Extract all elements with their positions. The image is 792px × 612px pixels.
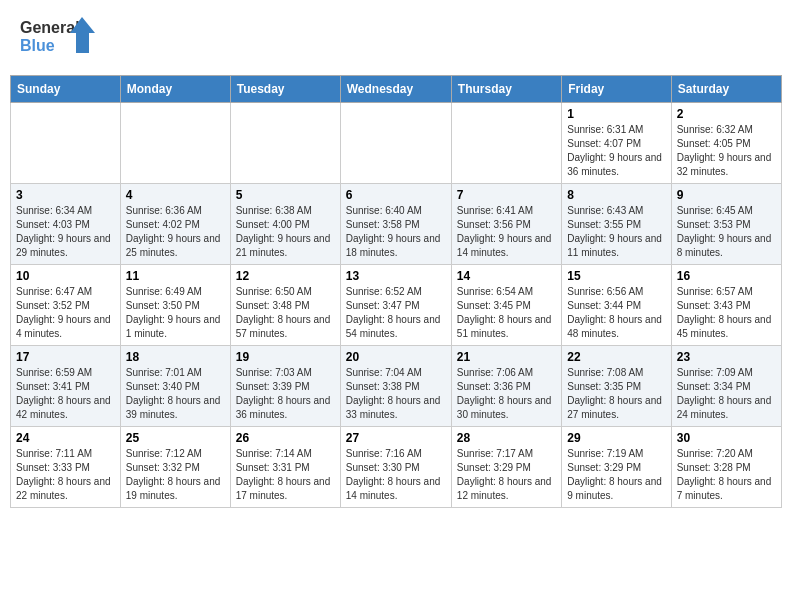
calendar-cell: 2Sunrise: 6:32 AM Sunset: 4:05 PM Daylig… <box>671 103 781 184</box>
day-info: Sunrise: 7:17 AM Sunset: 3:29 PM Dayligh… <box>457 447 556 503</box>
logo: GeneralBlue <box>20 15 100 60</box>
calendar-cell: 15Sunrise: 6:56 AM Sunset: 3:44 PM Dayli… <box>562 265 671 346</box>
day-info: Sunrise: 7:04 AM Sunset: 3:38 PM Dayligh… <box>346 366 446 422</box>
day-info: Sunrise: 7:01 AM Sunset: 3:40 PM Dayligh… <box>126 366 225 422</box>
calendar-cell: 10Sunrise: 6:47 AM Sunset: 3:52 PM Dayli… <box>11 265 121 346</box>
day-info: Sunrise: 6:38 AM Sunset: 4:00 PM Dayligh… <box>236 204 335 260</box>
week-row-1: 1Sunrise: 6:31 AM Sunset: 4:07 PM Daylig… <box>11 103 782 184</box>
calendar-cell: 29Sunrise: 7:19 AM Sunset: 3:29 PM Dayli… <box>562 427 671 508</box>
day-number: 20 <box>346 350 446 364</box>
day-info: Sunrise: 6:31 AM Sunset: 4:07 PM Dayligh… <box>567 123 665 179</box>
calendar-cell: 14Sunrise: 6:54 AM Sunset: 3:45 PM Dayli… <box>451 265 561 346</box>
day-info: Sunrise: 6:54 AM Sunset: 3:45 PM Dayligh… <box>457 285 556 341</box>
day-info: Sunrise: 7:06 AM Sunset: 3:36 PM Dayligh… <box>457 366 556 422</box>
day-number: 12 <box>236 269 335 283</box>
day-number: 18 <box>126 350 225 364</box>
day-number: 5 <box>236 188 335 202</box>
day-info: Sunrise: 6:50 AM Sunset: 3:48 PM Dayligh… <box>236 285 335 341</box>
calendar-cell: 7Sunrise: 6:41 AM Sunset: 3:56 PM Daylig… <box>451 184 561 265</box>
day-info: Sunrise: 6:57 AM Sunset: 3:43 PM Dayligh… <box>677 285 776 341</box>
week-row-5: 24Sunrise: 7:11 AM Sunset: 3:33 PM Dayli… <box>11 427 782 508</box>
header-cell-sunday: Sunday <box>11 76 121 103</box>
calendar-cell: 20Sunrise: 7:04 AM Sunset: 3:38 PM Dayli… <box>340 346 451 427</box>
calendar-cell <box>230 103 340 184</box>
day-info: Sunrise: 6:34 AM Sunset: 4:03 PM Dayligh… <box>16 204 115 260</box>
day-number: 11 <box>126 269 225 283</box>
day-info: Sunrise: 7:11 AM Sunset: 3:33 PM Dayligh… <box>16 447 115 503</box>
calendar-cell: 9Sunrise: 6:45 AM Sunset: 3:53 PM Daylig… <box>671 184 781 265</box>
day-info: Sunrise: 7:09 AM Sunset: 3:34 PM Dayligh… <box>677 366 776 422</box>
day-info: Sunrise: 7:16 AM Sunset: 3:30 PM Dayligh… <box>346 447 446 503</box>
header-row: SundayMondayTuesdayWednesdayThursdayFrid… <box>11 76 782 103</box>
calendar-cell: 27Sunrise: 7:16 AM Sunset: 3:30 PM Dayli… <box>340 427 451 508</box>
week-row-3: 10Sunrise: 6:47 AM Sunset: 3:52 PM Dayli… <box>11 265 782 346</box>
day-info: Sunrise: 6:40 AM Sunset: 3:58 PM Dayligh… <box>346 204 446 260</box>
day-number: 2 <box>677 107 776 121</box>
day-info: Sunrise: 6:32 AM Sunset: 4:05 PM Dayligh… <box>677 123 776 179</box>
calendar-cell: 12Sunrise: 6:50 AM Sunset: 3:48 PM Dayli… <box>230 265 340 346</box>
day-info: Sunrise: 7:19 AM Sunset: 3:29 PM Dayligh… <box>567 447 665 503</box>
header-cell-friday: Friday <box>562 76 671 103</box>
day-number: 9 <box>677 188 776 202</box>
day-number: 30 <box>677 431 776 445</box>
day-number: 23 <box>677 350 776 364</box>
day-info: Sunrise: 6:36 AM Sunset: 4:02 PM Dayligh… <box>126 204 225 260</box>
day-info: Sunrise: 6:45 AM Sunset: 3:53 PM Dayligh… <box>677 204 776 260</box>
day-number: 15 <box>567 269 665 283</box>
day-info: Sunrise: 6:59 AM Sunset: 3:41 PM Dayligh… <box>16 366 115 422</box>
header-cell-saturday: Saturday <box>671 76 781 103</box>
day-number: 27 <box>346 431 446 445</box>
day-number: 25 <box>126 431 225 445</box>
week-row-4: 17Sunrise: 6:59 AM Sunset: 3:41 PM Dayli… <box>11 346 782 427</box>
day-info: Sunrise: 6:49 AM Sunset: 3:50 PM Dayligh… <box>126 285 225 341</box>
day-number: 22 <box>567 350 665 364</box>
day-info: Sunrise: 6:47 AM Sunset: 3:52 PM Dayligh… <box>16 285 115 341</box>
header-cell-tuesday: Tuesday <box>230 76 340 103</box>
calendar-cell: 21Sunrise: 7:06 AM Sunset: 3:36 PM Dayli… <box>451 346 561 427</box>
page-header: GeneralBlue <box>10 10 782 65</box>
calendar-cell: 22Sunrise: 7:08 AM Sunset: 3:35 PM Dayli… <box>562 346 671 427</box>
day-number: 10 <box>16 269 115 283</box>
day-info: Sunrise: 7:08 AM Sunset: 3:35 PM Dayligh… <box>567 366 665 422</box>
svg-text:Blue: Blue <box>20 37 55 54</box>
calendar-cell: 19Sunrise: 7:03 AM Sunset: 3:39 PM Dayli… <box>230 346 340 427</box>
day-info: Sunrise: 7:20 AM Sunset: 3:28 PM Dayligh… <box>677 447 776 503</box>
calendar-cell: 1Sunrise: 6:31 AM Sunset: 4:07 PM Daylig… <box>562 103 671 184</box>
day-number: 8 <box>567 188 665 202</box>
calendar-cell: 17Sunrise: 6:59 AM Sunset: 3:41 PM Dayli… <box>11 346 121 427</box>
calendar-cell: 13Sunrise: 6:52 AM Sunset: 3:47 PM Dayli… <box>340 265 451 346</box>
day-number: 26 <box>236 431 335 445</box>
day-info: Sunrise: 6:41 AM Sunset: 3:56 PM Dayligh… <box>457 204 556 260</box>
calendar-cell: 30Sunrise: 7:20 AM Sunset: 3:28 PM Dayli… <box>671 427 781 508</box>
header-cell-wednesday: Wednesday <box>340 76 451 103</box>
calendar-cell: 24Sunrise: 7:11 AM Sunset: 3:33 PM Dayli… <box>11 427 121 508</box>
calendar-header: SundayMondayTuesdayWednesdayThursdayFrid… <box>11 76 782 103</box>
day-number: 14 <box>457 269 556 283</box>
calendar-cell <box>451 103 561 184</box>
calendar-cell: 16Sunrise: 6:57 AM Sunset: 3:43 PM Dayli… <box>671 265 781 346</box>
calendar-cell: 28Sunrise: 7:17 AM Sunset: 3:29 PM Dayli… <box>451 427 561 508</box>
header-cell-monday: Monday <box>120 76 230 103</box>
calendar-cell: 18Sunrise: 7:01 AM Sunset: 3:40 PM Dayli… <box>120 346 230 427</box>
day-info: Sunrise: 6:56 AM Sunset: 3:44 PM Dayligh… <box>567 285 665 341</box>
day-number: 24 <box>16 431 115 445</box>
day-number: 1 <box>567 107 665 121</box>
calendar-cell: 8Sunrise: 6:43 AM Sunset: 3:55 PM Daylig… <box>562 184 671 265</box>
day-info: Sunrise: 6:52 AM Sunset: 3:47 PM Dayligh… <box>346 285 446 341</box>
week-row-2: 3Sunrise: 6:34 AM Sunset: 4:03 PM Daylig… <box>11 184 782 265</box>
day-info: Sunrise: 6:43 AM Sunset: 3:55 PM Dayligh… <box>567 204 665 260</box>
calendar-body: 1Sunrise: 6:31 AM Sunset: 4:07 PM Daylig… <box>11 103 782 508</box>
day-number: 13 <box>346 269 446 283</box>
svg-text:General: General <box>20 19 80 36</box>
header-cell-thursday: Thursday <box>451 76 561 103</box>
day-number: 7 <box>457 188 556 202</box>
day-number: 4 <box>126 188 225 202</box>
logo-svg: GeneralBlue <box>20 15 100 60</box>
day-number: 17 <box>16 350 115 364</box>
calendar-cell <box>120 103 230 184</box>
calendar-cell: 26Sunrise: 7:14 AM Sunset: 3:31 PM Dayli… <box>230 427 340 508</box>
day-number: 6 <box>346 188 446 202</box>
calendar-cell <box>340 103 451 184</box>
day-number: 19 <box>236 350 335 364</box>
calendar-cell: 11Sunrise: 6:49 AM Sunset: 3:50 PM Dayli… <box>120 265 230 346</box>
